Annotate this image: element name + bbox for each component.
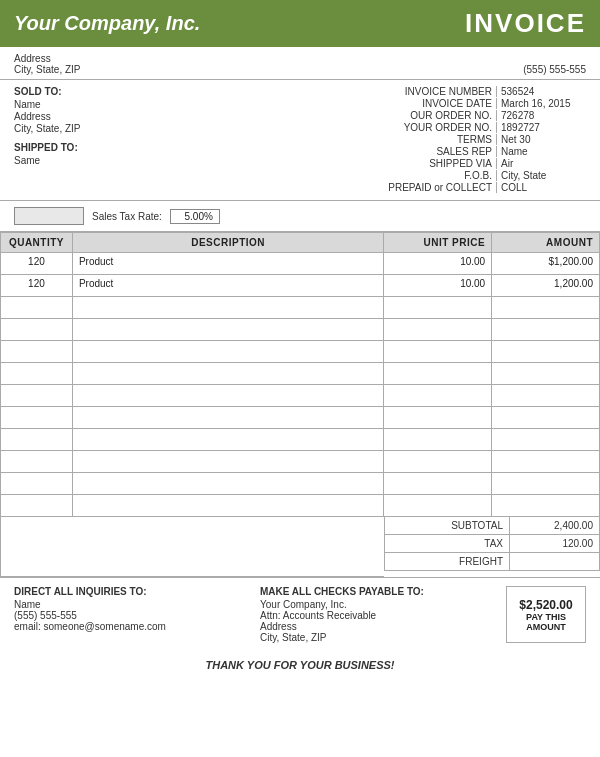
empty-cell-qty	[1, 319, 73, 341]
sales-rep-label: SALES REP	[366, 146, 496, 157]
fob-value: City, State	[496, 170, 586, 181]
tax-rate-color-box	[14, 207, 84, 225]
empty-row	[1, 341, 600, 363]
empty-cell-desc	[72, 363, 383, 385]
company-name: Your Company, Inc.	[14, 12, 200, 35]
subtotal-label: SUBTOTAL	[384, 517, 509, 534]
footer-checks: MAKE ALL CHECKS PAYABLE TO: Your Company…	[260, 586, 506, 643]
empty-row	[1, 407, 600, 429]
header: Your Company, Inc. INVOICE	[0, 0, 600, 47]
empty-row	[1, 495, 600, 517]
checks-company: Your Company, Inc.	[260, 599, 506, 610]
empty-cell-qty	[1, 297, 73, 319]
your-order-value: 1892727	[496, 122, 586, 133]
empty-cell-qty	[1, 341, 73, 363]
totals-left-empty	[0, 517, 384, 577]
footer-inquiries: DIRECT ALL INQUIRIES TO: Name (555) 555-…	[14, 586, 260, 643]
empty-cell-qty	[1, 473, 73, 495]
empty-cell-qty	[1, 407, 73, 429]
empty-cell-amount	[492, 451, 600, 473]
empty-cell-amount	[492, 385, 600, 407]
thank-you: THANK YOU FOR YOUR BUSINESS!	[0, 651, 600, 681]
checks-city: City, State, ZIP	[260, 632, 506, 643]
empty-cell-unit	[384, 429, 492, 451]
terms-row: TERMS Net 30	[326, 134, 586, 145]
empty-cell-desc	[72, 451, 383, 473]
empty-cell-desc	[72, 407, 383, 429]
empty-cell-qty	[1, 363, 73, 385]
cell-qty: 120	[1, 253, 73, 275]
empty-cell-desc	[72, 341, 383, 363]
empty-cell-desc	[72, 297, 383, 319]
empty-cell-amount	[492, 341, 600, 363]
footer: DIRECT ALL INQUIRIES TO: Name (555) 555-…	[0, 577, 600, 651]
empty-row	[1, 319, 600, 341]
terms-label: TERMS	[366, 134, 496, 145]
empty-row	[1, 429, 600, 451]
company-address-line1: Address	[14, 53, 81, 64]
empty-cell-amount	[492, 407, 600, 429]
empty-cell-unit	[384, 407, 492, 429]
subtotal-value: 2,400.00	[509, 517, 599, 534]
empty-row	[1, 363, 600, 385]
totals-section: SUBTOTAL 2,400.00 TAX 120.00 FREIGHT	[0, 517, 600, 577]
invoice-title: INVOICE	[465, 8, 586, 39]
empty-cell-qty	[1, 451, 73, 473]
invoice-date-label: INVOICE DATE	[366, 98, 496, 109]
empty-cell-unit	[384, 451, 492, 473]
invoice-number-label: INVOICE NUMBER	[366, 86, 496, 97]
invoice-date-value: March 16, 2015	[496, 98, 586, 109]
shipped-to-label: SHIPPED TO:	[14, 142, 326, 153]
inquiries-phone: (555) 555-555	[14, 610, 260, 621]
empty-cell-desc	[72, 385, 383, 407]
inquiries-title: DIRECT ALL INQUIRIES TO:	[14, 586, 260, 597]
cell-qty: 120	[1, 275, 73, 297]
invoice-page: Your Company, Inc. INVOICE Address City,…	[0, 0, 600, 757]
sold-to-address: Address	[14, 111, 326, 122]
sales-rep-row: SALES REP Name	[326, 146, 586, 157]
fob-label: F.O.B.	[366, 170, 496, 181]
shipped-via-row: SHIPPED VIA Air	[326, 158, 586, 169]
table-row: 120 Product 10.00 1,200.00	[1, 275, 600, 297]
invoice-table: QUANTITY DESCRIPTION UNIT PRICE AMOUNT 1…	[0, 232, 600, 517]
inquiries-name: Name	[14, 599, 260, 610]
fob-row: F.O.B. City, State	[326, 170, 586, 181]
tax-rate-row: Sales Tax Rate: 5.00%	[0, 201, 600, 232]
checks-address: Address	[260, 621, 506, 632]
empty-cell-desc	[72, 429, 383, 451]
empty-cell-amount	[492, 473, 600, 495]
pay-this-label: PAY THIS	[526, 612, 566, 622]
tax-rate-value: 5.00%	[170, 209, 220, 224]
cell-unit: 10.00	[384, 275, 492, 297]
subtotal-row: SUBTOTAL 2,400.00	[384, 517, 600, 535]
grand-total-box: $2,520.00 PAY THIS AMOUNT	[506, 586, 586, 643]
shipped-via-value: Air	[496, 158, 586, 169]
col-header-quantity: QUANTITY	[1, 233, 73, 253]
freight-label: FREIGHT	[384, 553, 509, 570]
empty-cell-qty	[1, 495, 73, 517]
empty-row	[1, 451, 600, 473]
invoice-number-value: 536524	[496, 86, 586, 97]
empty-row	[1, 473, 600, 495]
cell-desc: Product	[72, 253, 383, 275]
billing-right: INVOICE NUMBER 536524 INVOICE DATE March…	[326, 86, 586, 194]
billing-left: SOLD TO: Name Address City, State, ZIP S…	[14, 86, 326, 194]
cell-amount: 1,200.00	[492, 275, 600, 297]
amount-label: AMOUNT	[526, 622, 566, 632]
cell-unit: 10.00	[384, 253, 492, 275]
sold-to-city: City, State, ZIP	[14, 123, 326, 134]
tax-rate-label: Sales Tax Rate:	[92, 211, 162, 222]
your-order-row: YOUR ORDER NO. 1892727	[326, 122, 586, 133]
empty-cell-qty	[1, 429, 73, 451]
sales-rep-value: Name	[496, 146, 586, 157]
company-info: Address City, State, ZIP (555) 555-555	[0, 47, 600, 80]
totals-right: SUBTOTAL 2,400.00 TAX 120.00 FREIGHT	[384, 517, 600, 577]
tax-label: TAX	[384, 535, 509, 552]
empty-cell-unit	[384, 385, 492, 407]
your-order-label: YOUR ORDER NO.	[366, 122, 496, 133]
table-header-row: QUANTITY DESCRIPTION UNIT PRICE AMOUNT	[1, 233, 600, 253]
col-header-description: DESCRIPTION	[72, 233, 383, 253]
cell-amount: $1,200.00	[492, 253, 600, 275]
empty-cell-desc	[72, 319, 383, 341]
terms-value: Net 30	[496, 134, 586, 145]
